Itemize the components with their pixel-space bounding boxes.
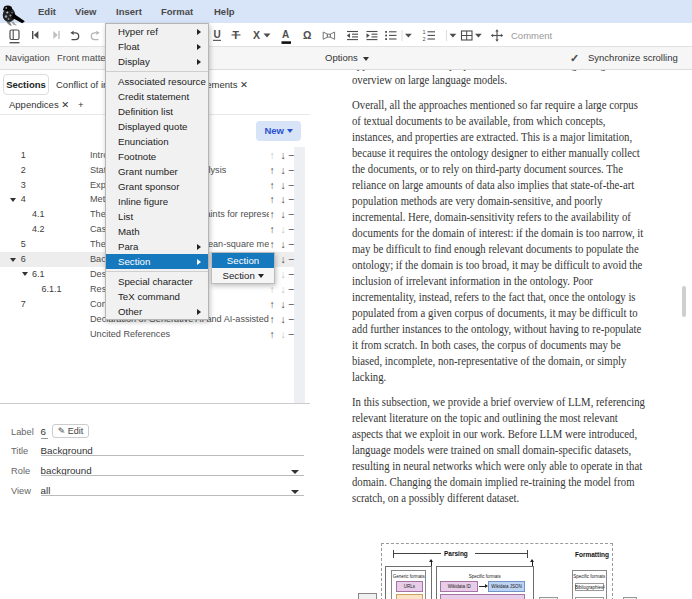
- svg-text:U: U: [214, 29, 221, 40]
- svg-text:1: 1: [423, 29, 426, 35]
- svg-text:X: X: [253, 29, 260, 41]
- svg-text:Comment: Comment: [511, 30, 553, 41]
- svg-text:A: A: [282, 29, 289, 40]
- svg-text:2: 2: [423, 36, 426, 42]
- svg-text:Ω: Ω: [303, 29, 311, 41]
